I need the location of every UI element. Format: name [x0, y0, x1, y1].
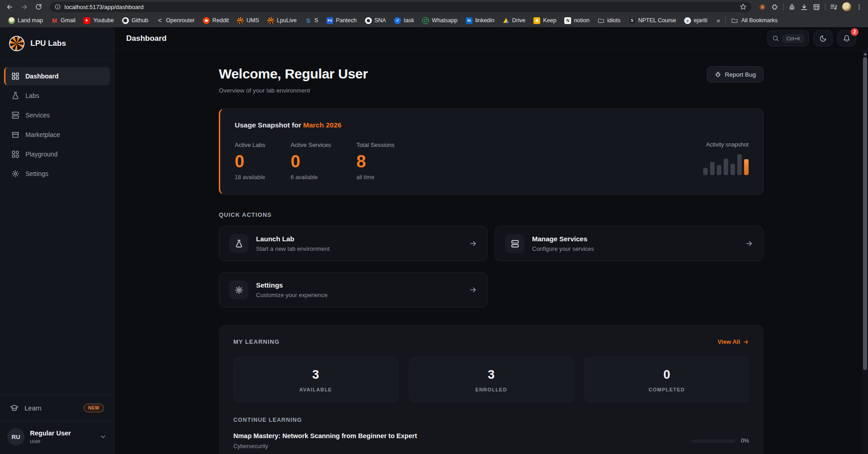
bookmark-task[interactable]: task: [390, 16, 418, 25]
notifications-button[interactable]: 2: [837, 30, 856, 46]
quick-action-settings[interactable]: Settings Customize your experience: [219, 272, 488, 308]
site-info-icon[interactable]: [54, 4, 61, 10]
bookmark-star-icon[interactable]: [740, 3, 747, 10]
bookmark-openrouter[interactable]: Openrouter: [153, 16, 198, 25]
notion-icon: [564, 17, 571, 24]
scroll-up-arrow-icon[interactable]: [863, 53, 867, 55]
header-actions: Ctrl+K 2: [767, 30, 856, 46]
sidebar-item-dashboard[interactable]: Dashboard: [4, 67, 110, 85]
stat-value: 0: [291, 153, 331, 170]
quick-actions-grid: Launch Lab Start a new lab environment M…: [219, 226, 764, 308]
app-root: LPU Labs Dashboard Labs Services Marketp…: [0, 27, 868, 454]
extensions-puzzle-icon[interactable]: [771, 3, 779, 11]
report-bug-label: Report Bug: [725, 71, 756, 78]
linkedin-icon: [466, 17, 473, 24]
bookmark-sna[interactable]: SNA: [361, 16, 390, 25]
sidebar-item-settings[interactable]: Settings: [4, 165, 110, 183]
bookmark-pantech[interactable]: Pantech: [323, 16, 360, 25]
learning-stat-completed: 0 COMPLETED: [584, 357, 749, 402]
sidebar-item-label: Playground: [25, 151, 58, 158]
bookmark-ums[interactable]: UMS: [233, 16, 263, 25]
activity-bar: [737, 154, 742, 175]
activity-snapshot: Activity snapshot: [703, 142, 749, 181]
sidebar-bottom: Learn NEW: [0, 395, 114, 421]
server-icon: [505, 234, 524, 253]
bookmark-notion[interactable]: notion: [561, 16, 593, 25]
profile-avatar[interactable]: [842, 2, 851, 11]
quick-action-manage-services[interactable]: Manage Services Configure your services: [495, 226, 764, 261]
all-bookmarks-button[interactable]: All Bookmarks: [727, 16, 782, 25]
sidebar-item-services[interactable]: Services: [4, 106, 110, 124]
bookmark-lpulive[interactable]: LpuLive: [264, 16, 301, 25]
activity-bar: [717, 165, 721, 175]
sidebar-item-marketplace[interactable]: Marketplace: [4, 126, 110, 144]
user-info: Regular User user: [30, 430, 71, 444]
sidebar-item-label: Settings: [25, 170, 49, 177]
playlist-icon[interactable]: [830, 3, 838, 11]
course-title: Nmap Mastery: Network Scanning from Begi…: [233, 432, 417, 439]
user-avatar: RU: [7, 428, 25, 445]
bookmark-nptel[interactable]: NPTEL Course: [625, 16, 680, 25]
url-bar[interactable]: localhost:5173/app/dashboard: [50, 2, 751, 12]
scrollbar-thumb[interactable]: [863, 57, 867, 370]
forward-icon[interactable]: [18, 1, 30, 13]
bookmark-idiots[interactable]: idiots: [594, 16, 624, 25]
bookmarks-overflow-chevron[interactable]: »: [712, 17, 725, 24]
bookmark-ejariti[interactable]: ejariti: [681, 16, 711, 25]
bookmark-reddit[interactable]: Reddit: [199, 16, 232, 25]
extension-starburst-icon[interactable]: [759, 3, 766, 11]
sidebar-item-learn[interactable]: Learn NEW: [4, 399, 110, 417]
stat-value: 0: [235, 153, 265, 170]
page: Dashboard Ctrl+K 2 Welcome,: [114, 27, 868, 454]
moon-icon: [819, 35, 827, 42]
password-manager-icon[interactable]: [788, 3, 796, 11]
theme-toggle-button[interactable]: [814, 30, 833, 46]
reload-icon[interactable]: [33, 1, 44, 13]
downloads-icon[interactable]: [800, 3, 808, 11]
new-badge: NEW: [84, 404, 104, 412]
bookmark-whatsapp[interactable]: Whatsapp: [419, 16, 461, 25]
notification-count-badge: 2: [851, 28, 858, 36]
page-title: Dashboard: [126, 34, 167, 43]
course-row[interactable]: Nmap Mastery: Network Scanning from Begi…: [233, 432, 749, 454]
quick-action-desc: Configure your services: [532, 245, 594, 252]
bookmark-s[interactable]: S: [301, 16, 322, 25]
bookmark-gmail[interactable]: Gmail: [48, 16, 79, 25]
bell-icon: [843, 35, 850, 42]
bookmark-drive[interactable]: Drive: [499, 16, 529, 25]
toolbar-separator: [783, 3, 784, 10]
search-button[interactable]: Ctrl+K: [767, 30, 809, 46]
reddit-icon: [203, 17, 210, 24]
sidebar-item-playground[interactable]: Playground: [4, 145, 110, 163]
lpulive-icon: [267, 17, 274, 24]
whatsapp-icon: [422, 17, 429, 24]
page-header: Dashboard Ctrl+K 2: [114, 27, 868, 50]
course-progress-label: 0%: [741, 438, 749, 444]
welcome-section: Welcome, Regular User Overview of your l…: [219, 66, 764, 94]
sidebar-item-label: Dashboard: [25, 73, 59, 80]
sidebar-item-labs[interactable]: Labs: [4, 87, 110, 105]
user-menu[interactable]: RU Regular User user: [0, 421, 114, 454]
learning-stat-available: 3 AVAILABLE: [233, 357, 398, 402]
quick-action-title: Launch Lab: [256, 235, 330, 243]
url-text[interactable]: localhost:5173/app/dashboard: [64, 4, 736, 10]
graduation-cap-icon: [10, 404, 19, 412]
bookmark-linkedin[interactable]: linkedin: [462, 16, 498, 25]
view-all-link[interactable]: View All: [718, 338, 749, 345]
page-scrollbar[interactable]: [862, 50, 868, 454]
bookmark-youtube[interactable]: Youtube: [80, 16, 117, 25]
bookmark-github[interactable]: Github: [118, 16, 152, 25]
quick-action-launch-lab[interactable]: Launch Lab Start a new lab environment: [219, 226, 488, 261]
back-icon[interactable]: [4, 1, 15, 13]
menu-dots-icon[interactable]: [856, 4, 863, 10]
course-progress-bar: [692, 439, 735, 443]
tab-grid-icon[interactable]: [813, 3, 820, 11]
report-bug-button[interactable]: Report Bug: [707, 66, 764, 83]
bookmark-keep[interactable]: Keep: [530, 16, 560, 25]
bookmark-landmap[interactable]: Land map: [5, 16, 47, 25]
activity-bar: [730, 164, 735, 175]
activity-mini-chart: [703, 154, 749, 175]
usage-month: March 2026: [303, 121, 341, 129]
my-learning-heading: MY LEARNING: [233, 338, 280, 345]
user-name: Regular User: [30, 430, 71, 437]
